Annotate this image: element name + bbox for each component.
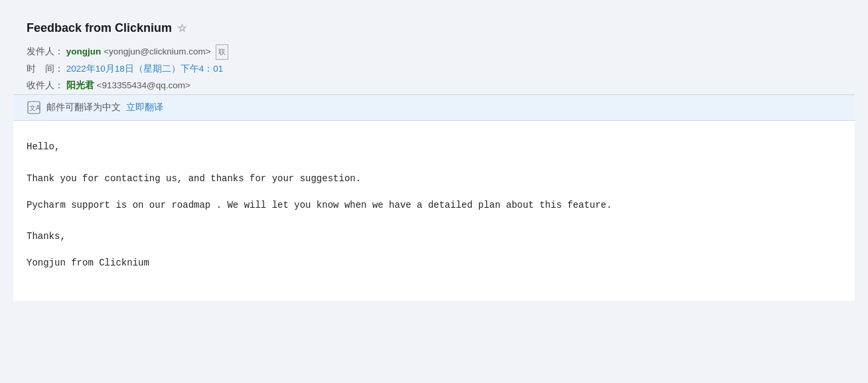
time-value: 2022年10月18日（星期二）下午4：01	[66, 64, 224, 74]
contact-card-icon[interactable]: 联	[216, 44, 228, 60]
translate-text: 邮件可翻译为中文	[46, 102, 121, 114]
translate-icon: 文A	[27, 100, 41, 115]
svg-text:文A: 文A	[29, 104, 40, 112]
email-subject: Feedback from Clicknium	[27, 21, 172, 35]
recipient-email: <913355434@qq.com>	[97, 80, 190, 90]
recipient-name: 阳光君	[66, 80, 94, 90]
email-body: Hello, Thank you for contacting us, and …	[13, 121, 855, 301]
time-label: 时 间：	[27, 64, 64, 74]
sender-row: 发件人： yongjun <yongjun@clicknium.com> 联	[27, 43, 841, 60]
email-closing: Thanks,	[27, 229, 841, 245]
email-title-row: Feedback from Clicknium ☆	[27, 21, 841, 35]
time-row: 时 间： 2022年10月18日（星期二）下午4：01	[27, 60, 841, 78]
recipient-label: 收件人：	[27, 80, 64, 90]
email-body-content: Thank you for contacting us, and thanks …	[27, 171, 841, 214]
sender-name: yongjun	[66, 46, 102, 56]
email-paragraph1: Thank you for contacting us, and thanks …	[27, 171, 841, 187]
email-signature-name: Yongjun from Clicknium	[27, 256, 841, 271]
sender-label: 发件人：	[27, 46, 64, 56]
translate-now-link[interactable]: 立即翻译	[126, 102, 163, 114]
email-header-section: Feedback from Clicknium ☆ 发件人： yongjun <…	[13, 11, 855, 94]
email-container: Feedback from Clicknium ☆ 发件人： yongjun <…	[0, 0, 868, 383]
translate-bar: 文A 邮件可翻译为中文 立即翻译	[13, 94, 855, 121]
email-greeting: Hello,	[27, 139, 841, 155]
sender-email: <yongjun@clicknium.com>	[104, 46, 211, 56]
email-paragraph2: Pycharm support is on our roadmap . We w…	[27, 198, 841, 214]
email-meta: 发件人： yongjun <yongjun@clicknium.com> 联 时…	[27, 43, 841, 94]
star-icon[interactable]: ☆	[177, 22, 186, 35]
recipient-row: 收件人： 阳光君 <913355434@qq.com>	[27, 77, 841, 94]
email-signature: Thanks, Yongjun from Clicknium	[27, 229, 841, 271]
